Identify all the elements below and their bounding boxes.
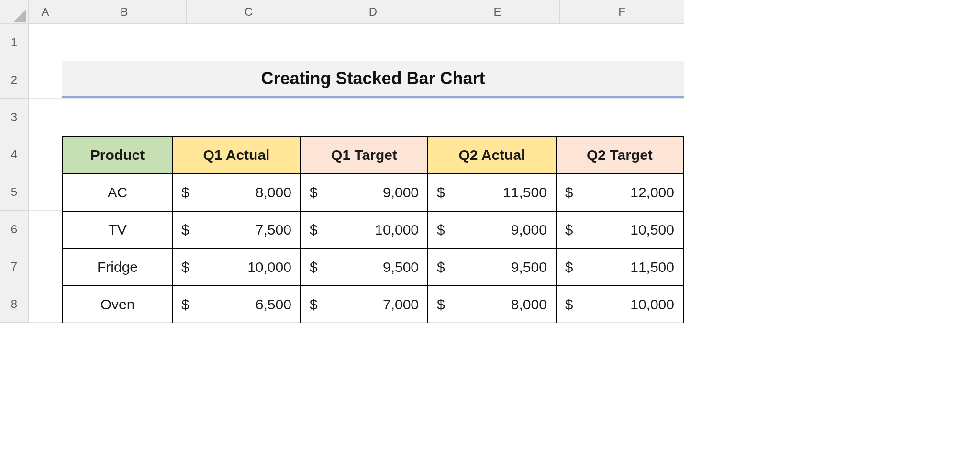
- spreadsheet-grid: A B C D E F 1 2 Creating Stacked Bar Cha…: [0, 0, 813, 323]
- currency-sign: $: [437, 184, 445, 201]
- value: 11,500: [630, 259, 674, 275]
- table-row: TV $7,500 $10,000 $9,000 $10,500: [63, 211, 683, 249]
- col-header-C[interactable]: C: [187, 0, 311, 24]
- col-header-F[interactable]: F: [560, 0, 684, 24]
- cell-q1-target[interactable]: $9,500: [301, 249, 428, 286]
- value: 8,000: [256, 184, 291, 201]
- cell-q1-actual[interactable]: $8,000: [172, 174, 301, 211]
- cell-A2[interactable]: [29, 61, 62, 99]
- currency-sign: $: [437, 259, 445, 275]
- value: 10,000: [375, 222, 419, 238]
- cell-q2-actual[interactable]: $11,500: [428, 174, 556, 211]
- cell-q2-actual[interactable]: $9,000: [428, 211, 556, 249]
- row-header-6[interactable]: 6: [0, 211, 29, 248]
- cell-q2-target[interactable]: $10,000: [556, 286, 683, 323]
- value: 8,000: [511, 296, 547, 313]
- title-merged-cell[interactable]: Creating Stacked Bar Chart: [62, 61, 684, 99]
- value: 7,000: [383, 296, 419, 313]
- value: 7,500: [256, 222, 291, 238]
- cell-q1-actual[interactable]: $6,500: [172, 286, 301, 323]
- cell-product[interactable]: AC: [63, 174, 172, 211]
- value: 10,500: [630, 222, 674, 238]
- currency-sign: $: [437, 222, 445, 238]
- row-header-7[interactable]: 7: [0, 248, 29, 285]
- cell-B1-F1[interactable]: [62, 24, 684, 61]
- cell-q1-actual[interactable]: $7,500: [172, 211, 301, 249]
- cell-q2-actual[interactable]: $8,000: [428, 286, 556, 323]
- cell-q1-target[interactable]: $10,000: [301, 211, 428, 249]
- currency-sign: $: [181, 259, 189, 275]
- value: 6,500: [256, 296, 291, 313]
- currency-sign: $: [565, 296, 573, 313]
- table-row: Fridge $10,000 $9,500 $9,500 $11,500: [63, 249, 683, 286]
- page-title: Creating Stacked Bar Chart: [62, 61, 684, 98]
- cell-q2-actual[interactable]: $9,500: [428, 249, 556, 286]
- cell-A4[interactable]: [29, 136, 62, 173]
- col-header-B[interactable]: B: [62, 0, 187, 24]
- cell-product[interactable]: TV: [63, 211, 172, 249]
- header-q2-actual[interactable]: Q2 Actual: [428, 136, 556, 174]
- cell-A7[interactable]: [29, 248, 62, 285]
- currency-sign: $: [310, 259, 318, 275]
- currency-sign: $: [181, 222, 189, 238]
- row-header-8[interactable]: 8: [0, 285, 29, 323]
- cell-q2-target[interactable]: $12,000: [556, 174, 683, 211]
- currency-sign: $: [310, 184, 318, 201]
- currency-sign: $: [565, 184, 573, 201]
- currency-sign: $: [565, 259, 573, 275]
- header-product[interactable]: Product: [63, 136, 172, 174]
- currency-sign: $: [310, 222, 318, 238]
- cell-q1-target[interactable]: $7,000: [301, 286, 428, 323]
- row-header-1[interactable]: 1: [0, 24, 29, 61]
- col-header-E[interactable]: E: [435, 0, 560, 24]
- value: 9,500: [511, 259, 547, 275]
- cell-product[interactable]: Oven: [63, 286, 172, 323]
- cell-A5[interactable]: [29, 173, 62, 211]
- cell-B3-F3[interactable]: [62, 99, 684, 136]
- currency-sign: $: [181, 184, 189, 201]
- header-q1-target[interactable]: Q1 Target: [301, 136, 428, 174]
- table-header-row: Product Q1 Actual Q1 Target Q2 Actual Q2…: [63, 136, 683, 174]
- cell-q2-target[interactable]: $11,500: [556, 249, 683, 286]
- cell-A3[interactable]: [29, 99, 62, 136]
- select-all-corner[interactable]: [0, 0, 29, 24]
- currency-sign: $: [437, 296, 445, 313]
- value: 12,000: [630, 184, 674, 201]
- col-header-D[interactable]: D: [311, 0, 435, 24]
- value: 10,000: [247, 259, 291, 275]
- value: 11,500: [503, 184, 547, 201]
- currency-sign: $: [181, 296, 189, 313]
- cell-q2-target[interactable]: $10,500: [556, 211, 683, 249]
- cell-A1[interactable]: [29, 24, 62, 61]
- cell-product[interactable]: Fridge: [63, 249, 172, 286]
- currency-sign: $: [310, 296, 318, 313]
- col-header-A[interactable]: A: [29, 0, 62, 24]
- currency-sign: $: [565, 222, 573, 238]
- cell-A6[interactable]: [29, 211, 62, 248]
- row-header-4[interactable]: 4: [0, 136, 29, 173]
- cell-q1-target[interactable]: $9,000: [301, 174, 428, 211]
- data-table-region: Product Q1 Actual Q1 Target Q2 Actual Q2…: [62, 136, 684, 323]
- header-q1-actual[interactable]: Q1 Actual: [172, 136, 301, 174]
- value: 10,000: [630, 296, 674, 313]
- cell-A8[interactable]: [29, 285, 62, 323]
- row-header-2[interactable]: 2: [0, 61, 29, 99]
- row-header-5[interactable]: 5: [0, 173, 29, 211]
- value: 9,500: [383, 259, 419, 275]
- data-table: Product Q1 Actual Q1 Target Q2 Actual Q2…: [62, 136, 684, 323]
- header-q2-target[interactable]: Q2 Target: [556, 136, 683, 174]
- value: 9,000: [511, 222, 547, 238]
- cell-q1-actual[interactable]: $10,000: [172, 249, 301, 286]
- row-header-3[interactable]: 3: [0, 99, 29, 136]
- table-row: AC $8,000 $9,000 $11,500 $12,000: [63, 174, 683, 211]
- table-row: Oven $6,500 $7,000 $8,000 $10,000: [63, 286, 683, 323]
- value: 9,000: [383, 184, 419, 201]
